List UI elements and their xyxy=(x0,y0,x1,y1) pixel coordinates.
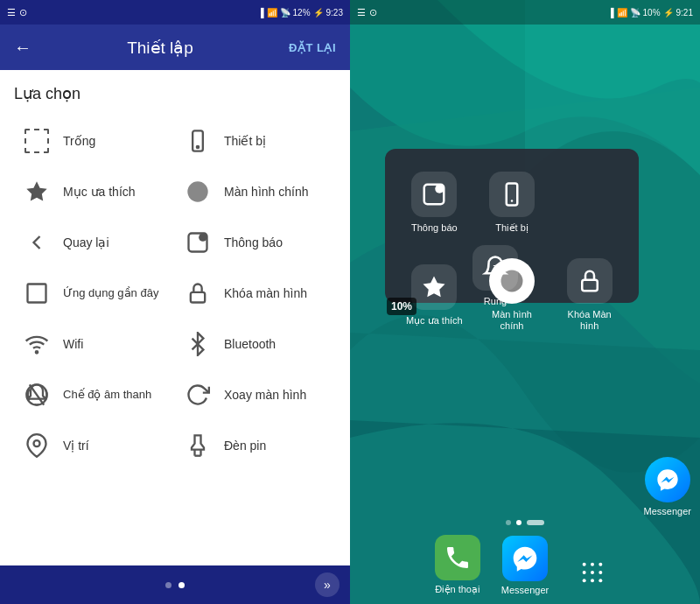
status-right-left-icons: ☰ ⊙ xyxy=(357,7,377,18)
thiet-bi-label: Thiết bị xyxy=(224,134,266,149)
grid-icon xyxy=(570,550,615,595)
svg-point-27 xyxy=(591,571,594,574)
menu-item-man-hinh[interactable]: Màn hình chính xyxy=(175,166,336,217)
svg-point-31 xyxy=(599,579,603,582)
dock-app-grid[interactable] xyxy=(570,550,615,595)
phone-app-icon xyxy=(435,535,480,580)
popup-thong-bao-label: Thông báo xyxy=(411,222,458,234)
svg-rect-6 xyxy=(28,284,46,303)
menu-item-bluetooth[interactable]: Bluetooth xyxy=(175,319,336,369)
menu-item-am-thanh[interactable]: Chế độ âm thanh xyxy=(14,369,175,420)
network-icon: 📡 xyxy=(280,8,290,18)
top-bar: ← Thiết lập ĐẶT LẠI xyxy=(0,25,350,70)
svg-text:Z: Z xyxy=(493,263,498,271)
menu-item-den-pin[interactable]: Đèn pin xyxy=(175,420,336,471)
vi-tri-label: Vị trí xyxy=(63,439,89,453)
menu-item-xoay[interactable]: Xoay màn hình xyxy=(175,369,336,420)
xoay-label: Xoay màn hình xyxy=(224,388,306,403)
popup-rung-label: Rung xyxy=(484,296,507,307)
grid-menu: Trống Thiết bị Mục ưa xyxy=(14,116,336,471)
bottom-nav xyxy=(0,565,350,604)
circle-icon: ⊙ xyxy=(19,7,27,18)
dock-app-messenger[interactable]: Messenger xyxy=(501,536,549,595)
circle-icon-right: ⊙ xyxy=(369,7,377,18)
den-pin-label: Đèn pin xyxy=(224,439,266,453)
svg-marker-2 xyxy=(26,181,46,200)
status-right-right-icons: ▐ 📶 📡 10% ⚡ 9:21 xyxy=(607,8,693,18)
reset-button[interactable]: ĐẶT LẠI xyxy=(289,41,336,54)
svg-point-29 xyxy=(583,579,586,582)
wifi-status-icon-right: 📶 xyxy=(617,8,627,18)
popup-phone-icon xyxy=(489,172,535,217)
popup-item-thiet-bi[interactable]: Thiết bị xyxy=(477,163,548,242)
popup-yeu-thich-label: Mục ưa thích xyxy=(406,315,463,327)
nav-arrow[interactable]: » xyxy=(315,572,340,597)
lock-icon xyxy=(182,277,214,309)
menu-item-khoa[interactable]: Khóa màn hình xyxy=(175,268,336,319)
charging-icon-right: ⚡ xyxy=(663,8,674,18)
svg-point-1 xyxy=(197,146,199,148)
messenger-app-label: Messenger xyxy=(501,585,549,595)
popup-item-khoa[interactable]: Khóa Màn hình xyxy=(554,249,625,341)
bluetooth-icon xyxy=(182,328,214,360)
svg-marker-19 xyxy=(424,276,445,297)
quay-lai-label: Quay lại xyxy=(63,235,109,250)
dock-app-phone[interactable]: Điện thoại xyxy=(435,535,480,595)
menu-item-thong-bao[interactable]: Thông báo xyxy=(175,217,336,268)
svg-point-18 xyxy=(511,200,514,202)
popup-item-rung[interactable]: Z Rung xyxy=(469,236,522,316)
status-bar-left: ☰ ⊙ ▐ 📶 📡 12% ⚡ 9:23 xyxy=(0,0,350,25)
page-title: Thiết lập xyxy=(127,38,193,58)
nav-dot-2 xyxy=(178,582,185,588)
left-panel: ☰ ⊙ ▐ 📶 📡 12% ⚡ 9:23 ← Thiết lập ĐẶT LẠI… xyxy=(0,0,350,604)
status-left-icons: ☰ ⊙ xyxy=(7,7,27,18)
svg-point-30 xyxy=(591,579,594,582)
time-right: 9:21 xyxy=(676,8,693,18)
recent-apps-icon xyxy=(21,277,52,309)
am-thanh-label: Chế độ âm thanh xyxy=(63,388,151,402)
battery-percent-right: 10% xyxy=(643,8,661,18)
time-left: 9:23 xyxy=(326,8,343,18)
menu-item-trong[interactable]: Trống xyxy=(14,116,175,166)
svg-rect-21 xyxy=(582,280,598,291)
messenger-float[interactable]: Messenger xyxy=(644,457,691,516)
popup-lock-icon xyxy=(567,258,612,304)
bluetooth-label: Bluetooth xyxy=(224,337,276,352)
right-panel: ☰ ⊙ ▐ 📶 📡 10% ⚡ 9:21 Thông báo xyxy=(350,0,700,604)
hamburger-icon: ☰ xyxy=(7,7,16,18)
popup-bell-icon: Z xyxy=(472,245,518,291)
network-icon-right: 📡 xyxy=(630,8,640,18)
mute-icon xyxy=(21,379,52,411)
content-area: Lựa chọn Trống Thiết bị xyxy=(0,70,350,565)
section-title: Lựa chọn xyxy=(14,84,336,103)
star-icon xyxy=(21,176,52,207)
popup-item-thong-bao[interactable]: Thông báo xyxy=(399,163,470,242)
menu-item-wifi[interactable]: Wifi xyxy=(14,319,175,369)
man-hinh-label: Màn hình chính xyxy=(224,185,309,200)
wifi-status-icon: 📶 xyxy=(267,8,277,18)
nav-dot-1 xyxy=(165,582,172,588)
charging-icon: ⚡ xyxy=(313,8,324,18)
dock-dash xyxy=(527,520,544,525)
khoa-label: Khóa màn hình xyxy=(224,286,307,301)
svg-point-28 xyxy=(599,571,603,574)
phone-app-label: Điện thoại xyxy=(435,584,480,595)
popup-item-empty xyxy=(554,163,625,242)
menu-item-vi-tri[interactable]: Vị trí xyxy=(14,420,175,471)
location-icon xyxy=(21,430,52,461)
menu-item-thiet-bi[interactable]: Thiết bị xyxy=(175,116,336,166)
popup-item-yeu-thich[interactable]: Mục ưa thích xyxy=(399,249,470,341)
status-bar-right: ☰ ⊙ ▐ 📶 📡 10% ⚡ 9:21 xyxy=(350,0,700,25)
battery-overlay: 10% xyxy=(387,298,416,315)
back-button[interactable]: ← xyxy=(14,38,32,58)
menu-item-yeu-thich[interactable]: Mục ưa thích xyxy=(14,166,175,217)
hamburger-icon-right: ☰ xyxy=(357,7,366,18)
popup-notification-icon xyxy=(411,172,457,217)
menu-item-quay-lai[interactable]: Quay lại xyxy=(14,217,175,268)
battery-icon: ▐ xyxy=(257,8,263,18)
ung-dung-label: Ứng dụng gần đây xyxy=(63,286,158,300)
flashlight-icon xyxy=(182,430,214,461)
svg-rect-7 xyxy=(191,292,205,303)
menu-item-ung-dung[interactable]: Ứng dụng gần đây xyxy=(14,268,175,319)
notification-icon xyxy=(182,227,214,258)
